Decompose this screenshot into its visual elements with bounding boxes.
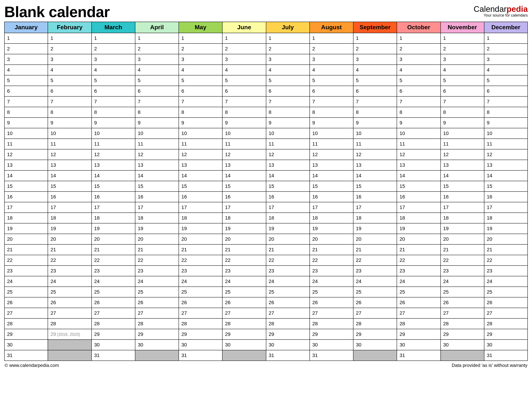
day-cell: 8 <box>4 107 48 118</box>
day-row: 111111111111 <box>4 33 528 44</box>
day-cell: 14 <box>135 171 179 181</box>
day-cell: 24 <box>135 276 179 287</box>
day-cell: 30 <box>353 340 397 350</box>
day-cell: 9 <box>92 118 135 128</box>
day-cell: 17 <box>353 202 397 213</box>
footer-copyright: © www.calendarpedia.com <box>5 363 59 368</box>
day-cell: 20 <box>92 234 135 245</box>
day-cell: 23 <box>92 266 135 276</box>
day-cell: 27 <box>92 308 135 319</box>
day-cell: 16 <box>179 192 222 202</box>
day-cell: 1 <box>222 33 266 44</box>
day-cell: 17 <box>310 202 353 213</box>
day-cell: 3 <box>222 54 266 65</box>
day-cell: 5 <box>266 75 310 86</box>
day-row: 131313131313131313131313 <box>4 160 528 171</box>
day-cell: 14 <box>310 171 353 181</box>
day-cell: 19 <box>222 223 266 234</box>
day-cell: 12 <box>397 149 440 160</box>
day-cell: 1 <box>4 33 48 44</box>
day-cell: 16 <box>484 192 528 202</box>
day-cell: 28 <box>135 319 179 329</box>
day-cell: 1 <box>135 33 179 44</box>
day-cell: 13 <box>353 160 397 171</box>
day-cell: 19 <box>266 223 310 234</box>
day-cell: 29 <box>310 329 353 340</box>
day-cell: 18 <box>135 213 179 223</box>
calendar-body: 1111111111112222222222223333333333334444… <box>4 33 528 361</box>
day-row: 666666666666 <box>4 86 528 97</box>
day-cell: 9 <box>353 118 397 128</box>
day-cell: 12 <box>4 149 48 160</box>
day-cell: 28 <box>310 319 353 329</box>
day-cell: 18 <box>353 213 397 223</box>
day-cell: 9 <box>441 118 484 128</box>
day-row: 777777777777 <box>4 97 528 107</box>
day-cell: 25 <box>4 287 48 297</box>
day-cell: 31 <box>484 350 528 361</box>
day-cell: 8 <box>48 107 91 118</box>
day-cell: 27 <box>48 308 91 319</box>
day-cell: 2 <box>92 44 135 54</box>
day-cell: 2 <box>397 44 440 54</box>
day-cell: 29(2016, 2020) <box>48 329 91 340</box>
day-row: 202020202020202020202020 <box>4 234 528 245</box>
month-header: November <box>441 22 484 33</box>
day-cell: 28 <box>441 319 484 329</box>
day-row: 222222222222222222222222 <box>4 255 528 266</box>
day-cell: 23 <box>266 266 310 276</box>
header: Blank calendar Calendarpedia Your source… <box>4 3 528 21</box>
day-cell: 1 <box>397 33 440 44</box>
day-cell: 21 <box>4 245 48 255</box>
day-cell: 9 <box>397 118 440 128</box>
day-cell: 23 <box>441 266 484 276</box>
day-cell: 18 <box>92 213 135 223</box>
day-cell: 18 <box>179 213 222 223</box>
day-cell: 1 <box>92 33 135 44</box>
day-row: 252525252525252525252525 <box>4 287 528 297</box>
day-cell: 29 <box>222 329 266 340</box>
day-cell: 19 <box>48 223 91 234</box>
day-row: 555555555555 <box>4 75 528 86</box>
day-cell: 10 <box>179 128 222 139</box>
day-cell: 11 <box>179 139 222 149</box>
calendar-table: JanuaryFebruaryMarchAprilMayJuneJulyAugu… <box>4 22 528 361</box>
day-row: 31313131313131 <box>4 350 528 361</box>
day-cell: 13 <box>179 160 222 171</box>
day-cell: 1 <box>353 33 397 44</box>
day-cell: 21 <box>222 245 266 255</box>
day-row: 141414141414141414141414 <box>4 171 528 181</box>
day-cell: 31 <box>179 350 222 361</box>
day-cell: 26 <box>179 297 222 308</box>
day-cell: 22 <box>441 255 484 266</box>
day-cell: 21 <box>353 245 397 255</box>
day-cell: 8 <box>441 107 484 118</box>
day-cell: 7 <box>266 97 310 107</box>
day-cell: 1 <box>266 33 310 44</box>
day-cell: 5 <box>48 75 91 86</box>
day-cell: 27 <box>266 308 310 319</box>
brand-name: Calendarpedia <box>474 4 528 14</box>
day-cell: 27 <box>353 308 397 319</box>
blank-cell <box>48 350 91 361</box>
day-cell: 14 <box>441 171 484 181</box>
day-cell: 12 <box>441 149 484 160</box>
day-cell: 27 <box>441 308 484 319</box>
day-cell: 11 <box>48 139 91 149</box>
day-cell: 21 <box>484 245 528 255</box>
day-cell: 12 <box>266 149 310 160</box>
day-cell: 25 <box>48 287 91 297</box>
day-cell: 31 <box>266 350 310 361</box>
day-cell: 5 <box>4 75 48 86</box>
day-cell: 8 <box>397 107 440 118</box>
day-cell: 17 <box>222 202 266 213</box>
blank-cell <box>135 350 179 361</box>
day-cell: 2 <box>266 44 310 54</box>
day-cell: 21 <box>441 245 484 255</box>
day-cell: 8 <box>92 107 135 118</box>
day-cell: 25 <box>441 287 484 297</box>
day-cell: 4 <box>266 65 310 75</box>
day-cell: 16 <box>441 192 484 202</box>
month-header: April <box>135 22 179 33</box>
day-cell: 20 <box>484 234 528 245</box>
